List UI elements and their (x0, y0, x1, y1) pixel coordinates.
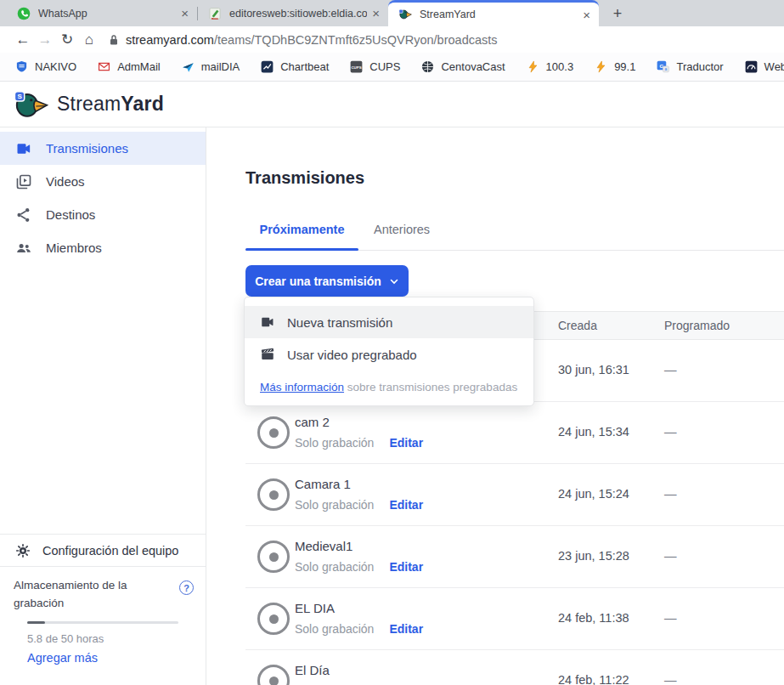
table-row[interactable]: Medieval1 Solo grabaciónEditar 23 jun, 1… (245, 526, 784, 588)
bookmark-label: Traductor (676, 60, 723, 73)
add-more-link[interactable]: Agregar más (27, 651, 178, 665)
dropdown-item-nueva-transmision[interactable]: Nueva transmisión (245, 306, 533, 338)
more-info-link[interactable]: Más información (260, 381, 344, 393)
column-header-programado: Programado (664, 319, 730, 332)
edit-link[interactable]: Editar (389, 498, 423, 512)
row-subtitle: Solo grabaciónEditar (295, 560, 423, 574)
tab-proximamente[interactable]: Próximamente (245, 223, 358, 236)
table-row[interactable]: cam 2 Solo grabaciónEditar 24 jun, 15:34… (245, 402, 784, 464)
bookmark-admmail[interactable]: AdmMail (98, 60, 161, 74)
bookmark-cups[interactable]: CUPS CUPS (350, 60, 400, 74)
bookmarks-bar: NAKIVO AdmMail mailDIA Chartbeat CUPS CU… (0, 53, 784, 82)
close-icon[interactable]: × (181, 7, 189, 20)
whatsapp-icon (17, 7, 31, 20)
row-type: Solo grabación (295, 498, 374, 512)
row-title: cam 2 (295, 415, 330, 429)
streamyard-brand: StreamYard (57, 93, 164, 116)
browser-tab-whatsapp[interactable]: WhatsApp × (7, 0, 197, 26)
globe-icon (421, 60, 435, 74)
record-icon (257, 416, 290, 449)
sidebar-item-label: Videos (46, 174, 85, 189)
help-icon[interactable]: ? (179, 580, 194, 595)
reload-icon[interactable]: ↻ (56, 32, 78, 47)
create-broadcast-label: Crear una transmisión (255, 275, 381, 288)
storage-label: Almacenamiento de la grabación (14, 577, 156, 613)
bookmark-radio-100-3[interactable]: 100.3 (527, 60, 574, 74)
streamyard-favicon (398, 8, 412, 21)
team-settings-label: Configuración del equipo (42, 544, 178, 558)
close-icon[interactable]: × (583, 8, 590, 21)
storage-progress-bar (27, 621, 178, 624)
team-settings-button[interactable]: Configuración del equipo (0, 534, 206, 566)
bookmark-webtest[interactable]: Webtest (745, 60, 784, 74)
sidebar-nav: Transmisiones Videos Destinos Miembros (0, 127, 206, 264)
chevron-down-icon (389, 276, 399, 286)
bookmark-label: 100.3 (546, 60, 574, 73)
edit-link[interactable]: Editar (389, 560, 423, 574)
storage-usage: 5.8 de 50 horas (27, 632, 178, 645)
storage-progress-fill (27, 621, 45, 624)
bookmark-centovacast[interactable]: CentovaCast (421, 60, 505, 74)
bookmark-label: CUPS (369, 60, 400, 73)
record-icon (257, 478, 290, 511)
sidebar-item-label: Miembros (46, 241, 102, 255)
row-created: 24 jun, 15:34 (558, 425, 629, 439)
people-icon (15, 240, 32, 257)
editor-page-icon (208, 7, 222, 20)
dropdown-item-usar-video-pregrabado[interactable]: Usar video pregrabado (245, 338, 533, 371)
bookmark-nakivo[interactable]: NAKIVO (15, 60, 76, 74)
edit-link[interactable]: Editar (389, 622, 423, 636)
main-content: Transmisiones Próximamente Anteriores Cr… (206, 127, 784, 685)
table-row[interactable]: EL DIA Solo grabaciónEditar 24 feb, 11:3… (245, 588, 784, 650)
bookmark-traductor[interactable]: Ga Traductor (657, 60, 723, 74)
sidebar-item-miembros[interactable]: Miembros (0, 231, 206, 264)
share-icon (15, 207, 32, 224)
streamyard-logo-duck-icon: S (13, 89, 48, 120)
chart-icon (261, 60, 274, 74)
more-info-rest: sobre transmisiones pregrabadas (344, 381, 517, 393)
sidebar-footer: Configuración del equipo Almacenamiento … (0, 534, 206, 685)
row-subtitle: Solo grabaciónEditar (295, 622, 423, 636)
back-icon[interactable]: ← (12, 32, 34, 47)
table-row[interactable]: El Día Solo grabaciónEditar 24 feb, 11:2… (245, 650, 784, 685)
tab-anteriores[interactable]: Anteriores (374, 223, 430, 236)
svg-text:a: a (665, 66, 668, 71)
bookmark-label: Webtest (764, 60, 784, 73)
browser-tab-editoresweb[interactable]: editoresweb:sitioweb:eldia.co × (198, 0, 388, 26)
video-library-icon (15, 173, 32, 190)
row-type: Solo grabación (295, 436, 374, 450)
row-created: 24 jun, 15:24 (558, 487, 629, 501)
row-subtitle: Solo grabaciónEditar (295, 436, 423, 450)
bookmark-chartbeat[interactable]: Chartbeat (261, 60, 329, 74)
bookmark-radio-99-1[interactable]: 99.1 (595, 60, 635, 74)
address-bar[interactable]: streamyard.com/teams/TQDhBC9ZNTmft6z5UsQ… (109, 33, 498, 47)
new-tab-button[interactable]: + (606, 2, 629, 25)
row-scheduled: — (664, 673, 677, 685)
row-scheduled: — (664, 549, 677, 563)
forward-icon[interactable]: → (34, 32, 56, 47)
cups-icon: CUPS (350, 60, 364, 74)
home-icon[interactable]: ⌂ (78, 32, 100, 47)
paper-plane-icon (182, 60, 195, 74)
row-scheduled: — (664, 487, 677, 501)
active-tab-underline (245, 248, 358, 251)
record-icon (257, 541, 290, 573)
row-scheduled: — (664, 363, 677, 376)
table-row[interactable]: Camara 1 Solo grabaciónEditar 24 jun, 15… (245, 464, 784, 526)
close-icon[interactable]: × (372, 7, 380, 20)
row-type: Solo grabación (295, 622, 374, 636)
brand-part2: Yard (121, 93, 164, 115)
create-broadcast-button[interactable]: Crear una transmisión (245, 265, 409, 297)
svg-text:CUPS: CUPS (352, 65, 362, 69)
browser-window: WhatsApp × editoresweb:sitioweb:eldia.co… (0, 0, 784, 685)
browser-tab-streamyard[interactable]: StreamYard × (388, 0, 599, 26)
browser-toolbar: ← → ↻ ⌂ streamyard.com/teams/TQDhBC9ZNTm… (0, 26, 784, 53)
edit-link[interactable]: Editar (389, 436, 423, 450)
dropdown-item-label: Nueva transmisión (287, 315, 392, 330)
row-created: 24 feb, 11:38 (558, 611, 629, 625)
lock-icon (109, 34, 119, 46)
sidebar-item-videos[interactable]: Videos (0, 165, 206, 198)
bookmark-maildia[interactable]: mailDIA (182, 60, 240, 74)
sidebar-item-destinos[interactable]: Destinos (0, 198, 206, 231)
sidebar-item-transmisiones[interactable]: Transmisiones (0, 132, 206, 165)
